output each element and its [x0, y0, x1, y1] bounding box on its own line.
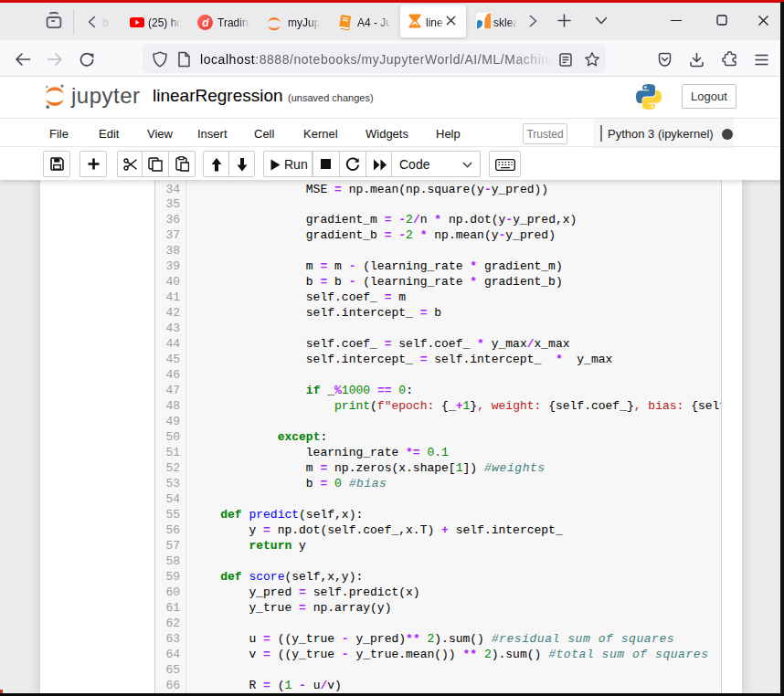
svg-text:d: d	[202, 16, 209, 28]
